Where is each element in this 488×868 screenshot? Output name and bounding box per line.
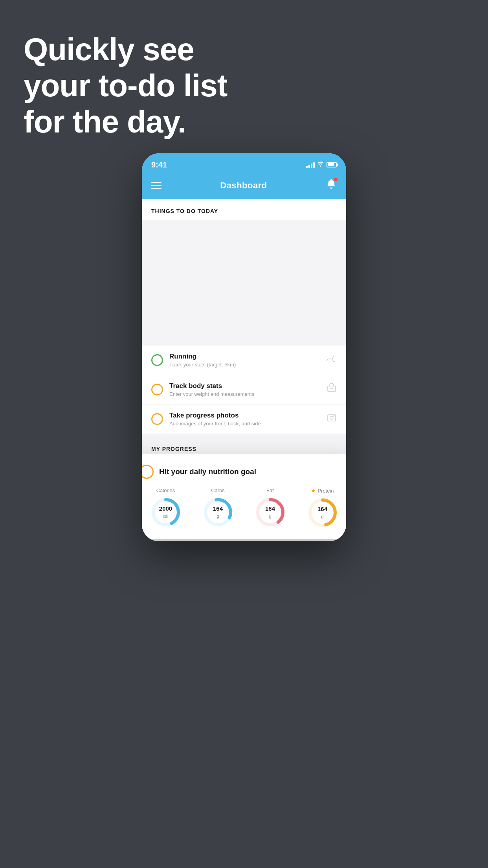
calories-unit: cal — [163, 513, 168, 518]
things-section-header: THINGS TO DO TODAY — [142, 199, 346, 218]
body-stats-icon — [327, 383, 337, 396]
body-stats-title: Track body stats — [169, 382, 320, 390]
nutrition-card-header: Hit your daily nutrition goal — [142, 465, 346, 479]
todo-list: Running Track your stats (target: 5km) — [142, 346, 346, 434]
progress-title: MY PROGRESS — [151, 446, 337, 452]
nutrition-card-title: Hit your daily nutrition goal — [159, 467, 256, 476]
nutrition-circles-row: Calories 2000 cal — [142, 487, 346, 528]
running-title: Running — [169, 353, 319, 360]
photos-subtitle: Add images of your front, back, and side — [169, 421, 320, 427]
photos-check-circle — [151, 413, 163, 425]
carbs-label: Carbs — [211, 487, 225, 493]
svg-rect-8 — [328, 386, 336, 392]
star-icon: ★ — [311, 487, 316, 494]
headline: Quickly see your to-do list for the day. — [24, 31, 227, 140]
nutrition-item-calories: Calories 2000 cal — [150, 487, 182, 528]
hamburger-menu[interactable] — [151, 182, 161, 189]
status-time: 9:41 — [151, 160, 167, 169]
running-text: Running Track your stats (target: 5km) — [169, 353, 319, 368]
notification-dot — [334, 178, 338, 181]
running-subtitle: Track your stats (target: 5km) — [169, 362, 319, 368]
photos-icon — [327, 413, 337, 425]
svg-point-11 — [330, 416, 333, 419]
todo-item-running[interactable]: Running Track your stats (target: 5km) — [142, 346, 346, 375]
carbs-unit: g — [216, 513, 219, 518]
status-bar: 9:41 — [142, 153, 346, 174]
fat-unit: g — [269, 513, 271, 518]
carbs-value: 164 — [213, 506, 223, 512]
signal-icon — [306, 162, 315, 168]
headline-line2: your to-do list — [24, 68, 227, 104]
running-check-circle — [151, 354, 163, 366]
todo-item-photos[interactable]: Take progress photos Add images of your … — [142, 405, 346, 434]
nutrition-check-circle[interactable] — [142, 465, 154, 479]
nutrition-card: Hit your daily nutrition goal Calories — [142, 454, 346, 539]
things-section: THINGS TO DO TODAY — [142, 199, 346, 220]
phone-screen: 9:41 — [142, 153, 346, 541]
headline-line3: for the day. — [24, 104, 227, 140]
app-header: Dashboard — [142, 174, 346, 199]
protein-label: ★ Protein — [311, 487, 334, 494]
protein-unit: g — [321, 514, 323, 519]
calories-label: Calories — [156, 487, 175, 493]
status-icons — [306, 161, 337, 168]
body-stats-text: Track body stats Enter your weight and m… — [169, 382, 320, 397]
protein-value: 164 — [317, 506, 327, 513]
fat-label: Fat — [266, 487, 274, 493]
nutrition-item-carbs: Carbs 164 g — [202, 487, 234, 528]
fat-value: 164 — [265, 506, 275, 512]
running-icon — [326, 355, 337, 366]
protein-donut: 164 g — [307, 497, 338, 528]
wifi-icon — [317, 161, 324, 168]
battery-icon — [327, 162, 337, 167]
carbs-donut: 164 g — [202, 497, 234, 528]
nutrition-item-fat: Fat 164 g — [255, 487, 286, 528]
app-title: Dashboard — [220, 180, 267, 191]
notification-bell-icon[interactable] — [326, 178, 337, 192]
headline-line1: Quickly see — [24, 31, 227, 68]
photos-title: Take progress photos — [169, 412, 320, 419]
nutrition-item-protein: ★ Protein 164 g — [307, 487, 338, 528]
todo-item-body-stats[interactable]: Track body stats Enter your weight and m… — [142, 375, 346, 405]
calories-value: 2000 — [159, 506, 172, 512]
fat-donut: 164 g — [255, 497, 286, 528]
calories-donut: 2000 cal — [150, 497, 182, 528]
body-stats-subtitle: Enter your weight and measurements — [169, 391, 320, 397]
svg-point-12 — [334, 416, 334, 416]
body-stats-check-circle — [151, 384, 163, 395]
photos-text: Take progress photos Add images of your … — [169, 412, 320, 427]
phone-mockup: 9:41 — [142, 153, 346, 541]
